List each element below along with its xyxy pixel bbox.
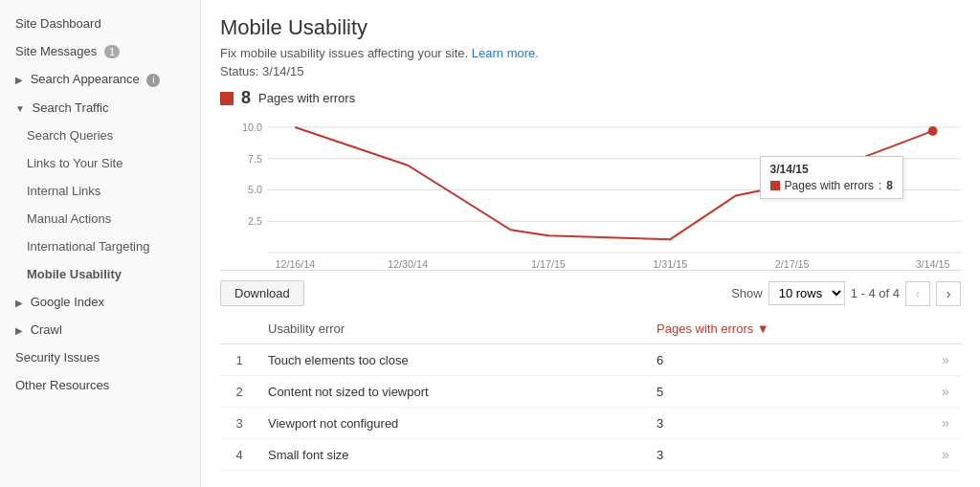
row-action[interactable]: » bbox=[932, 408, 961, 439]
learn-more-link[interactable]: Learn more. bbox=[472, 46, 539, 60]
table-row[interactable]: 2 Content not sized to viewport 5 » bbox=[220, 376, 961, 408]
sidebar-item-label: Links to Your Site bbox=[27, 156, 122, 170]
sidebar-item-label: Site Dashboard bbox=[15, 16, 101, 31]
row-chevron-icon: » bbox=[942, 352, 949, 367]
chart-container: 10.0 7.5 5.0 2.5 12/16/14 12/30/14 1/17/… bbox=[220, 118, 961, 271]
col-action bbox=[932, 314, 961, 344]
sidebar-item-search-queries[interactable]: Search Queries bbox=[0, 122, 200, 149]
rows-select[interactable]: 10 rows 25 rows 50 rows bbox=[768, 281, 845, 305]
sidebar-item-mobile-usability[interactable]: Mobile Usability bbox=[0, 260, 200, 288]
table-controls: Download Show 10 rows 25 rows 50 rows 1 … bbox=[220, 280, 961, 306]
svg-point-15 bbox=[928, 126, 938, 136]
sidebar-item-label: Search Traffic bbox=[33, 100, 109, 115]
pagination-info: 1 - 4 of 4 bbox=[851, 286, 900, 300]
svg-text:12/30/14: 12/30/14 bbox=[388, 258, 428, 270]
row-num: 2 bbox=[220, 376, 258, 408]
show-label: Show bbox=[731, 286, 763, 300]
row-num: 1 bbox=[220, 344, 258, 376]
row-num: 4 bbox=[220, 439, 258, 471]
sidebar-item-site-dashboard[interactable]: Site Dashboard bbox=[0, 10, 200, 37]
legend-color-box bbox=[220, 92, 234, 105]
chevron-right-icon: ▶ bbox=[15, 325, 23, 336]
sidebar-item-crawl[interactable]: ▶ Crawl bbox=[0, 316, 200, 343]
svg-text:10.0: 10.0 bbox=[242, 122, 262, 133]
sidebar-item-internal-links[interactable]: Internal Links bbox=[0, 177, 200, 205]
sidebar-item-label: International Targeting bbox=[27, 239, 149, 254]
main-content: Mobile Usability Fix mobile usability is… bbox=[201, 0, 980, 487]
table-header-row: Usability error Pages with errors ▼ bbox=[220, 314, 961, 344]
row-error: Viewport not configured bbox=[258, 408, 647, 439]
sidebar-item-label: Crawl bbox=[31, 322, 62, 337]
row-error: Touch elements too close bbox=[258, 344, 647, 376]
row-action[interactable]: » bbox=[932, 344, 961, 376]
sidebar-item-label: Google Index bbox=[31, 295, 104, 309]
legend-count: 8 bbox=[241, 88, 251, 108]
page-title: Mobile Usability bbox=[220, 15, 961, 40]
svg-text:3/14/15: 3/14/15 bbox=[916, 258, 950, 270]
subtitle: Fix mobile usability issues affecting yo… bbox=[220, 46, 961, 60]
table-row[interactable]: 1 Touch elements too close 6 » bbox=[220, 344, 961, 376]
row-pages: 3 bbox=[647, 439, 932, 471]
sidebar-item-security-issues[interactable]: Security Issues bbox=[0, 343, 200, 371]
data-table: Usability error Pages with errors ▼ 1 To… bbox=[220, 314, 961, 471]
table-body: 1 Touch elements too close 6 » 2 Content… bbox=[220, 344, 961, 471]
sidebar-item-label: Mobile Usability bbox=[27, 267, 122, 281]
col-error: Usability error bbox=[258, 314, 647, 344]
sidebar: Site Dashboard Site Messages 1 ▶ Search … bbox=[0, 0, 201, 487]
sidebar-item-international-targeting[interactable]: International Targeting bbox=[0, 232, 200, 260]
chevron-right-icon: ▶ bbox=[15, 298, 23, 308]
svg-text:2.5: 2.5 bbox=[248, 215, 262, 227]
sidebar-item-other-resources[interactable]: Other Resources bbox=[0, 371, 200, 399]
sidebar-item-label: Manual Actions bbox=[27, 211, 111, 226]
legend-row: 8 Pages with errors bbox=[220, 88, 961, 108]
row-num: 3 bbox=[220, 408, 258, 439]
row-pages: 5 bbox=[647, 376, 932, 408]
sidebar-item-label: Search Appearance bbox=[31, 72, 140, 86]
chevron-right-icon: ▶ bbox=[15, 75, 23, 85]
row-pages: 6 bbox=[647, 344, 932, 376]
sidebar-item-search-traffic[interactable]: ▼ Search Traffic bbox=[0, 94, 200, 122]
col-pages[interactable]: Pages with errors ▼ bbox=[647, 314, 932, 344]
sidebar-item-links-to-site[interactable]: Links to Your Site bbox=[0, 149, 200, 177]
table-row[interactable]: 4 Small font size 3 » bbox=[220, 439, 961, 471]
row-pages: 3 bbox=[647, 408, 932, 439]
sidebar-item-label: Search Queries bbox=[27, 128, 113, 143]
svg-text:5.0: 5.0 bbox=[248, 184, 262, 195]
col-num bbox=[220, 314, 258, 344]
row-chevron-icon: » bbox=[942, 447, 949, 462]
show-controls: Show 10 rows 25 rows 50 rows 1 - 4 of 4 … bbox=[731, 281, 961, 306]
info-icon: i bbox=[146, 74, 160, 87]
sidebar-item-label: Internal Links bbox=[27, 184, 100, 198]
sidebar-item-label: Other Resources bbox=[15, 378, 109, 392]
sidebar-item-site-messages[interactable]: Site Messages 1 bbox=[0, 37, 200, 65]
row-chevron-icon: » bbox=[942, 415, 949, 431]
row-error: Content not sized to viewport bbox=[258, 376, 647, 408]
chevron-down-icon: ▼ bbox=[15, 103, 25, 114]
legend-label: Pages with errors bbox=[258, 91, 355, 105]
chart-svg: 10.0 7.5 5.0 2.5 12/16/14 12/30/14 1/17/… bbox=[220, 118, 961, 270]
svg-text:1/17/15: 1/17/15 bbox=[531, 258, 566, 270]
status-text: Status: 3/14/15 bbox=[220, 64, 961, 78]
sidebar-item-google-index[interactable]: ▶ Google Index bbox=[0, 288, 200, 316]
sidebar-item-label: Site Messages bbox=[15, 44, 97, 58]
svg-text:12/16/14: 12/16/14 bbox=[275, 258, 315, 270]
sidebar-item-label: Security Issues bbox=[15, 350, 100, 365]
row-error: Small font size bbox=[258, 439, 647, 471]
download-button[interactable]: Download bbox=[220, 280, 304, 306]
sidebar-item-search-appearance[interactable]: ▶ Search Appearance i bbox=[0, 65, 200, 94]
pagination-prev-button[interactable]: ‹ bbox=[905, 281, 930, 306]
row-action[interactable]: » bbox=[932, 376, 961, 408]
svg-text:1/31/15: 1/31/15 bbox=[653, 258, 687, 270]
svg-text:2/17/15: 2/17/15 bbox=[775, 258, 810, 270]
row-chevron-icon: » bbox=[942, 384, 949, 399]
table-row[interactable]: 3 Viewport not configured 3 » bbox=[220, 408, 961, 439]
pagination-next-button[interactable]: › bbox=[936, 281, 961, 306]
svg-text:7.5: 7.5 bbox=[248, 153, 262, 165]
site-messages-badge: 1 bbox=[104, 45, 120, 58]
row-action[interactable]: » bbox=[932, 439, 961, 471]
sidebar-item-manual-actions[interactable]: Manual Actions bbox=[0, 205, 200, 232]
